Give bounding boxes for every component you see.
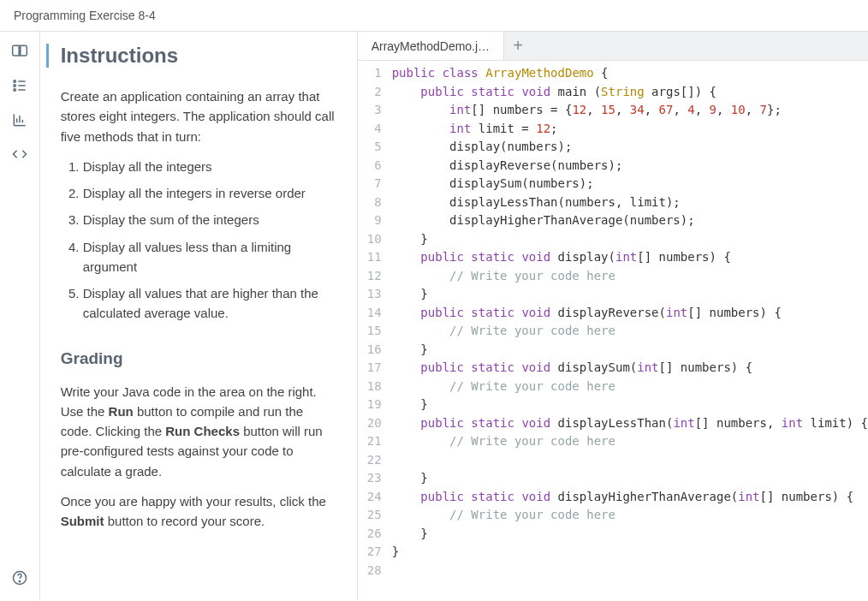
list-item: Display all values less than a limiting …	[83, 237, 336, 277]
left-sidebar	[0, 32, 40, 599]
svg-point-4	[14, 89, 15, 92]
book-icon[interactable]	[10, 42, 29, 61]
list-item: Display the sum of the integers	[83, 210, 336, 229]
svg-point-2	[14, 85, 15, 87]
instructions-steps: Display all the integers Display all the…	[61, 157, 336, 324]
list-item: Display all values that are higher than …	[83, 283, 336, 324]
instructions-panel: Instructions Create an application conta…	[40, 32, 358, 599]
file-tab[interactable]: ArrayMethodDemo.j…	[358, 32, 505, 60]
list-item: Display all the integers in reverse orde…	[83, 183, 336, 203]
line-gutter: 1234567891011121314151617181920212223242…	[358, 64, 389, 599]
tab-bar: ArrayMethodDemo.j… +	[358, 32, 868, 61]
editor-panel: ArrayMethodDemo.j… + 1234567891011121314…	[358, 32, 868, 599]
instructions-intro: Create an application containing an arra…	[61, 86, 336, 146]
svg-point-0	[14, 80, 15, 83]
svg-point-12	[19, 581, 20, 582]
grading-title: Grading	[61, 349, 336, 368]
grading-paragraph-2: Once you are happy with your results, cl…	[61, 491, 336, 532]
list-icon[interactable]	[10, 76, 29, 95]
add-tab-button[interactable]: +	[504, 32, 532, 60]
grading-paragraph-1: Write your Java code in the area on the …	[61, 382, 336, 481]
code-editor[interactable]: 1234567891011121314151617181920212223242…	[358, 61, 868, 599]
exercise-title: Programming Exercise 8-4	[14, 9, 156, 22]
main-container: Instructions Create an application conta…	[0, 32, 868, 599]
instructions-title: Instructions	[46, 44, 336, 68]
list-item: Display all the integers	[83, 157, 336, 176]
chart-icon[interactable]	[10, 110, 29, 129]
tab-label: ArrayMethodDemo.j…	[372, 39, 490, 53]
page-header: Programming Exercise 8-4	[0, 0, 868, 32]
help-icon[interactable]	[10, 568, 29, 587]
code-content[interactable]: public class ArrayMethodDemo { public st…	[389, 64, 868, 599]
code-icon[interactable]	[10, 145, 29, 164]
